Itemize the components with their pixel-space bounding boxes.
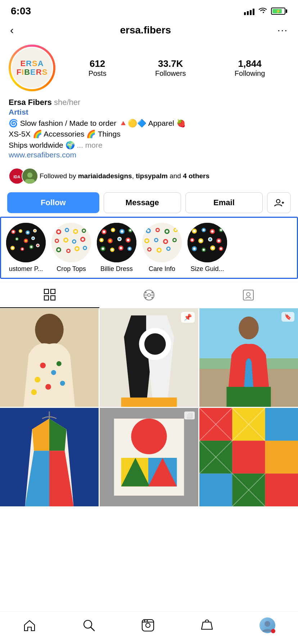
svg-point-138 bbox=[152, 292, 153, 294]
profile-username: ersa.fibers bbox=[120, 24, 171, 36]
svg-point-72 bbox=[127, 239, 130, 242]
action-buttons: Follow Message Email bbox=[0, 190, 298, 217]
svg-point-192 bbox=[144, 620, 145, 622]
battery-icon: ⚡ bbox=[271, 8, 287, 15]
svg-point-20 bbox=[25, 240, 27, 242]
post-cell-3[interactable]: 🔖 bbox=[199, 308, 298, 407]
nav-profile[interactable] bbox=[259, 617, 275, 633]
svg-rect-174 bbox=[232, 441, 265, 474]
posts-stat[interactable]: 612 Posts bbox=[89, 58, 107, 78]
svg-point-106 bbox=[193, 230, 196, 233]
highlight-item-1[interactable]: ustomer P... bbox=[6, 223, 46, 273]
highlight-item-2[interactable]: Crop Tops bbox=[51, 223, 91, 273]
svg-rect-129 bbox=[44, 289, 49, 294]
email-button[interactable]: Email bbox=[185, 192, 263, 213]
svg-point-154 bbox=[144, 334, 166, 355]
bio-more[interactable]: ... more bbox=[77, 141, 102, 149]
svg-point-66 bbox=[100, 239, 103, 241]
nav-home[interactable] bbox=[23, 618, 36, 632]
pronouns: she/her bbox=[54, 98, 80, 107]
svg-rect-130 bbox=[51, 289, 55, 294]
nav-shop[interactable] bbox=[200, 618, 214, 632]
highlights-scroll[interactable]: ustomer P... bbox=[1, 218, 297, 278]
status-bar: 6:03 ⚡ bbox=[0, 0, 298, 19]
svg-point-33 bbox=[58, 231, 60, 233]
svg-point-18 bbox=[16, 238, 18, 240]
svg-point-122 bbox=[193, 248, 196, 250]
followed-avatars: IDA bbox=[9, 168, 35, 184]
svg-point-134 bbox=[148, 294, 150, 296]
followers-stat[interactable]: 33.7K Followers bbox=[155, 58, 186, 78]
posts-label: Posts bbox=[89, 69, 107, 77]
highlight-item-5[interactable]: Size Guid... bbox=[188, 223, 227, 273]
tab-grid[interactable] bbox=[0, 282, 99, 308]
back-button[interactable]: ‹ bbox=[10, 24, 14, 36]
svg-text:IDA: IDA bbox=[14, 175, 21, 179]
svg-rect-132 bbox=[51, 296, 55, 300]
post-badge-2: 📌 bbox=[181, 312, 195, 323]
highlight-item-3[interactable]: Billie Dress bbox=[97, 223, 136, 273]
svg-point-60 bbox=[112, 229, 114, 231]
svg-point-55 bbox=[84, 247, 86, 249]
status-time: 6:03 bbox=[11, 5, 31, 17]
svg-point-30 bbox=[37, 245, 39, 247]
following-stat[interactable]: 1,844 Following bbox=[235, 58, 265, 78]
svg-point-47 bbox=[82, 238, 84, 241]
svg-point-148 bbox=[57, 361, 62, 366]
svg-point-194 bbox=[265, 621, 270, 627]
follow-button[interactable]: Follow bbox=[7, 192, 99, 213]
profile-stats: 612 Posts 33.7K Followers 1,844 Followin… bbox=[64, 58, 289, 78]
post-cell-5[interactable]: ⬜ bbox=[100, 408, 198, 506]
post-cell-6[interactable] bbox=[199, 408, 298, 506]
signal-bars-icon bbox=[244, 7, 254, 15]
following-label: Following bbox=[235, 69, 265, 77]
nav-search[interactable] bbox=[82, 618, 96, 632]
tab-reels[interactable] bbox=[99, 282, 199, 308]
highlight-label-1: ustomer P... bbox=[9, 265, 43, 273]
svg-point-41 bbox=[56, 240, 58, 242]
svg-point-74 bbox=[102, 248, 104, 250]
svg-point-89 bbox=[175, 229, 177, 231]
svg-point-76 bbox=[111, 249, 113, 251]
tab-tagged[interactable] bbox=[199, 282, 298, 308]
svg-point-147 bbox=[35, 377, 40, 383]
svg-point-16 bbox=[34, 230, 36, 232]
svg-point-85 bbox=[157, 229, 159, 231]
svg-point-145 bbox=[40, 363, 46, 368]
svg-point-53 bbox=[76, 248, 78, 250]
post-cell-2[interactable]: 📌 bbox=[100, 308, 198, 407]
svg-point-159 bbox=[239, 317, 259, 340]
tabs-bar bbox=[0, 282, 298, 308]
svg-point-118 bbox=[209, 238, 211, 240]
bio-url[interactable]: www.ersafibers.com bbox=[9, 151, 289, 159]
posts-grid: 📌 🔖 bbox=[0, 308, 298, 506]
bio-category[interactable]: Artist bbox=[9, 108, 289, 116]
svg-point-93 bbox=[155, 239, 157, 241]
svg-rect-131 bbox=[44, 296, 49, 300]
avatar[interactable]: ERSA FIBERS bbox=[9, 45, 55, 91]
highlight-label-2: Crop Tops bbox=[57, 265, 86, 273]
svg-rect-176 bbox=[199, 474, 232, 506]
add-person-button[interactable] bbox=[267, 192, 291, 213]
svg-point-5 bbox=[276, 199, 280, 203]
svg-point-120 bbox=[218, 240, 220, 242]
post-cell-1[interactable] bbox=[0, 308, 99, 407]
followed-avatar-2 bbox=[22, 168, 38, 184]
more-options-button[interactable]: ··· bbox=[277, 24, 288, 36]
highlight-circle-3 bbox=[97, 223, 136, 262]
svg-point-58 bbox=[103, 231, 105, 233]
status-icons: ⚡ bbox=[244, 6, 287, 16]
svg-point-95 bbox=[164, 240, 167, 243]
post-cell-4[interactable] bbox=[0, 408, 99, 506]
highlight-item-4[interactable]: Care Info bbox=[142, 223, 182, 273]
svg-point-137 bbox=[145, 292, 147, 294]
svg-point-39 bbox=[83, 230, 85, 232]
svg-rect-178 bbox=[265, 474, 298, 506]
svg-point-114 bbox=[191, 239, 193, 241]
svg-point-142 bbox=[247, 293, 250, 296]
nav-reels[interactable] bbox=[141, 618, 155, 632]
notification-dot bbox=[271, 629, 275, 633]
svg-rect-155 bbox=[121, 398, 177, 407]
message-button[interactable]: Message bbox=[104, 192, 181, 213]
svg-point-190 bbox=[146, 623, 150, 627]
